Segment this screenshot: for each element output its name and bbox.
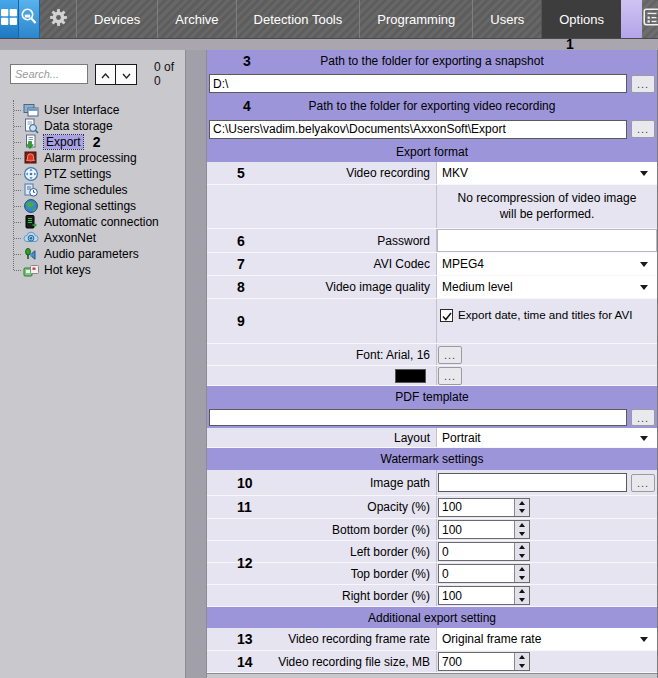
sidebar-item-user-interface[interactable]: User Interface — [0, 102, 185, 118]
annotation-2: 2 — [93, 134, 101, 150]
field-label: Video recording — [346, 166, 430, 180]
field-label: Image path — [370, 476, 430, 490]
spin-down-button[interactable] — [515, 552, 529, 561]
sidebar-item-regional-settings[interactable]: Regional settings — [0, 198, 185, 214]
avi-codec-select[interactable]: MPEG4 — [437, 253, 657, 275]
main-menu-button[interactable] — [0, 0, 19, 38]
annotation-6: 6 — [237, 233, 245, 249]
right-border-row: Right border (%) — [207, 585, 657, 607]
tab-programming[interactable]: Programming — [359, 0, 472, 38]
video-quality-label: 8 Video image quality — [207, 276, 437, 298]
font-color-browse-button[interactable]: ... — [438, 367, 462, 385]
spin-down-button[interactable] — [515, 507, 529, 516]
font-row: Font: Arial, 16 ... — [207, 344, 657, 366]
search-prev-button[interactable] — [95, 64, 116, 85]
snapshot-browse-button[interactable]: ... — [631, 75, 655, 93]
spin-down-button[interactable] — [515, 662, 529, 671]
bottom-border-row: Bottom border (%) — [207, 519, 657, 541]
sidebar-item-export[interactable]: Export 2 — [0, 134, 185, 150]
tab-detection-tools[interactable]: Detection Tools — [236, 0, 360, 38]
dropdown-arrow-icon — [640, 171, 648, 176]
pdf-browse-button[interactable]: ... — [631, 409, 655, 426]
top-border-input[interactable] — [439, 565, 514, 582]
tab-label: Programming — [377, 12, 455, 27]
settings-tree: User Interface Data storage Export 2 Ala… — [0, 102, 185, 278]
font-color-swatch[interactable] — [395, 369, 426, 383]
annotation-13: 13 — [237, 631, 253, 647]
image-path-browse-button[interactable]: ... — [631, 474, 655, 492]
tab-users[interactable]: Users — [472, 0, 541, 38]
password-label: 6 Password — [207, 229, 437, 252]
selected-value: Portrait — [442, 431, 481, 445]
video-browse-button[interactable]: ... — [631, 120, 655, 138]
video-path-input[interactable] — [209, 120, 627, 139]
opacity-row: 11 Opacity (%) — [207, 496, 657, 519]
selected-value: Original frame rate — [442, 632, 541, 646]
settings-gear-button[interactable] — [40, 0, 76, 38]
spin-up-button[interactable] — [515, 653, 529, 662]
spin-up-button[interactable] — [515, 521, 529, 530]
video-recording-select[interactable]: MKV — [437, 162, 657, 184]
frame-rate-select[interactable]: Original frame rate — [437, 628, 657, 650]
camera-search-button[interactable] — [19, 0, 40, 38]
right-border-label: Right border (%) — [207, 585, 437, 606]
left-border-spinner — [438, 542, 530, 561]
layout-select[interactable]: Portrait — [437, 428, 657, 447]
left-border-row: 12 Left border (%) — [207, 541, 657, 563]
snapshot-path-input[interactable] — [209, 74, 627, 93]
sidebar-item-axxonnet[interactable]: AxxonNet — [0, 230, 185, 246]
file-size-spinner — [438, 652, 530, 671]
top-border-label: Top border (%) — [207, 563, 437, 584]
top-toolbar: Devices Archive Detection Tools Programm… — [0, 0, 658, 38]
left-border-input[interactable] — [439, 543, 514, 560]
tab-label: Options — [559, 12, 604, 27]
video-path-row: ... — [207, 117, 657, 141]
bottom-border-input[interactable] — [439, 521, 514, 538]
sidebar-item-audio-parameters[interactable]: Audio parameters — [0, 246, 185, 262]
sidebar-item-data-storage[interactable]: Data storage — [0, 118, 185, 134]
spin-up-button[interactable] — [515, 499, 529, 508]
image-path-input[interactable] — [438, 473, 627, 492]
tab-devices[interactable]: Devices — [76, 0, 157, 38]
right-border-spinner — [438, 586, 530, 605]
sidebar-search-row: 0 of 0 — [0, 56, 185, 94]
spin-up-button[interactable] — [515, 565, 529, 574]
password-input[interactable] — [437, 229, 657, 252]
reports-button[interactable] — [642, 0, 658, 38]
video-quality-select[interactable]: Medium level — [437, 276, 657, 298]
spin-up-button[interactable] — [515, 543, 529, 552]
globe-icon — [23, 198, 39, 214]
sidebar-item-alarm-processing[interactable]: Alarm processing — [0, 150, 185, 166]
header-label: PDF template — [395, 390, 468, 404]
search-next-button[interactable] — [116, 64, 137, 85]
tab-options[interactable]: Options — [541, 0, 621, 38]
sidebar-item-hot-keys[interactable]: Hot keys — [0, 262, 185, 278]
search-nav-buttons — [95, 64, 137, 85]
annotation-4: 4 — [243, 98, 251, 114]
font-color-row: ... — [207, 366, 657, 386]
file-size-input[interactable] — [439, 653, 514, 670]
spin-down-button[interactable] — [515, 574, 529, 583]
tree-item-label: Hot keys — [44, 263, 91, 277]
sidebar-item-automatic-connection[interactable]: Automatic connection — [0, 214, 185, 230]
opacity-input[interactable] — [439, 499, 514, 516]
gear-icon — [48, 7, 69, 32]
annotation-3: 3 — [243, 53, 251, 69]
image-path-row: 10 Image path ... — [207, 470, 657, 496]
export-titles-checkbox-label: Export date, time and titles for AVI — [458, 308, 632, 321]
pdf-template-input[interactable] — [209, 409, 627, 426]
right-border-input[interactable] — [439, 587, 514, 604]
clock-schedule-icon — [23, 182, 39, 198]
tab-archive[interactable]: Archive — [157, 0, 235, 38]
tree-item-label: User Interface — [44, 103, 119, 117]
pdf-template-row: ... — [207, 407, 657, 428]
spin-up-button[interactable] — [515, 587, 529, 596]
sidebar-item-ptz-settings[interactable]: PTZ settings — [0, 166, 185, 182]
spin-down-button[interactable] — [515, 530, 529, 539]
sidebar-item-time-schedules[interactable]: Time schedules — [0, 182, 185, 198]
font-browse-button[interactable]: ... — [438, 346, 462, 364]
export-titles-checkbox[interactable] — [440, 309, 453, 322]
font-color-cell — [207, 366, 437, 385]
spin-down-button[interactable] — [515, 596, 529, 605]
search-input[interactable] — [10, 64, 88, 84]
